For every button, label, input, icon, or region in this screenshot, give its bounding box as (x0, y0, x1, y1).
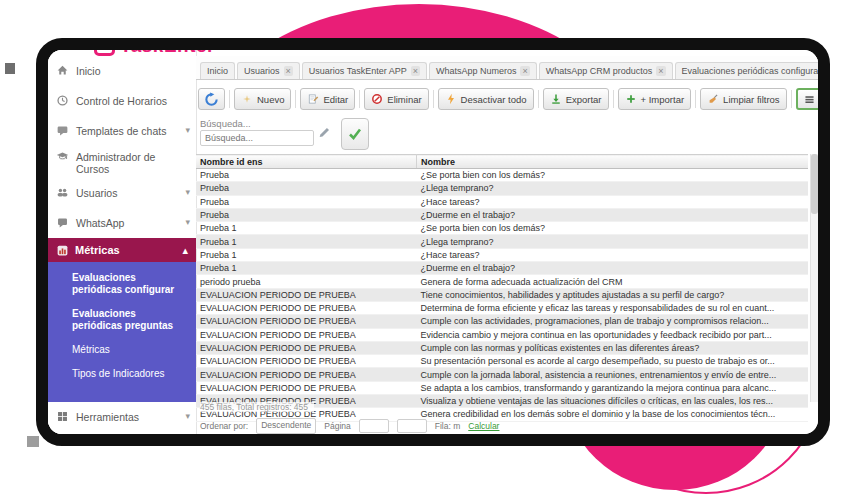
tab-inicio[interactable]: Inicio (200, 62, 235, 79)
sidebar-item-control-de-horarios[interactable]: Control de Horarios (48, 94, 196, 107)
table-row[interactable]: Prueba 1¿Duerme en el trabajo? (196, 262, 808, 275)
cell-nombre: Su presentación personal es acorde al ca… (417, 355, 809, 368)
tab-close-icon[interactable]: × (411, 66, 420, 76)
app-logo: TaskEnter (94, 50, 215, 57)
cell-nombre: ¿Se porta bien con los demás? (417, 169, 809, 182)
table-row[interactable]: EVALUACION PERIODO DE PRUEBADetermina de… (196, 301, 808, 314)
table-row[interactable]: periodo pruebaGenera de forma adecuada a… (196, 275, 808, 288)
search-submit-button[interactable] (341, 118, 369, 150)
toolbar-separator (613, 90, 614, 108)
logo-text: TaskEnter (120, 50, 215, 57)
table-row[interactable]: Prueba¿Hace tareas? (196, 195, 808, 208)
sidebar-item-label: Control de Horarios (76, 94, 190, 107)
tab-whatsapp-crm-productos[interactable]: WhatsApp CRM productos× (539, 62, 673, 79)
cell-nombre: Tiene conocimientos, habilidades y aptit… (417, 288, 809, 301)
table-row[interactable]: Prueba 1¿Hace tareas? (196, 248, 808, 261)
table-row[interactable]: EVALUACION PERIODO DE PRUEBACumple con l… (196, 341, 808, 354)
toolbar-separator (229, 90, 230, 108)
search-label: Búsqueda... (200, 118, 251, 129)
tab-usuarios-taskenter-app[interactable]: Usuarios TaskEnter APP× (302, 62, 427, 79)
tab-label: Inicio (207, 66, 228, 76)
cell-nombre: Cumple con las actividades, programacion… (417, 315, 809, 328)
page-background: TaskEnter InicioControl de HorariosTempl… (0, 0, 850, 500)
edit-button[interactable]: Editar (300, 88, 355, 110)
cell-nombre-id: Prueba 1 (196, 248, 417, 261)
table-row[interactable]: EVALUACION PERIODO DE PRUEBACumple con l… (196, 315, 808, 328)
table-row[interactable]: Prueba 1¿Llega temprano? (196, 235, 808, 248)
tab-close-icon[interactable]: × (284, 66, 293, 76)
toolbar-separator (791, 90, 792, 108)
plus-icon (625, 93, 637, 105)
clear-filters-button[interactable]: Limpiar filtros (700, 88, 787, 110)
course-icon (56, 150, 69, 163)
tab-usuarios[interactable]: Usuarios× (237, 62, 300, 79)
tab-close-icon[interactable]: × (656, 66, 665, 76)
tab-label: Usuarios (244, 66, 280, 76)
submenu-item-evaluaciones-periodicas-preguntas[interactable]: Evaluaciones periódicas preguntas (72, 308, 188, 332)
sidebar-item-metricas[interactable]: Métricas ▴ (48, 238, 196, 262)
toolbar-separator (695, 90, 696, 108)
calculate-link[interactable]: Calcular (468, 421, 499, 431)
toolbar-separator (433, 90, 434, 108)
table-row[interactable]: EVALUACION PERIODO DE PRUEBATiene conoci… (196, 288, 808, 301)
chat-icon (56, 124, 69, 137)
page-input[interactable] (397, 419, 427, 433)
scrollbar-thumb[interactable] (811, 154, 818, 214)
submenu-item-tipos-de-indicadores[interactable]: Tipos de Indicadores (72, 368, 188, 380)
sidebar-item-inicio[interactable]: Inicio (48, 64, 196, 77)
table-row[interactable]: EVALUACION PERIODO DE PRUEBASu presentac… (196, 355, 808, 368)
table-row[interactable]: EVALUACION PERIODO DE PRUEBAEvidencia ca… (196, 328, 808, 341)
tab-evaluaciones-periodicas-configurar[interactable]: Evaluaciones periódicas configurar× (675, 62, 818, 79)
metricas-submenu: Evaluaciones periódicas configurarEvalua… (48, 262, 196, 402)
sidebar-item-templates-de-chats[interactable]: Templates de chats▾ (48, 124, 196, 137)
refresh-button[interactable] (198, 88, 225, 110)
frame-artifact (27, 436, 39, 447)
cell-nombre-id: EVALUACION PERIODO DE PRUEBA (196, 288, 417, 301)
logo-icon (94, 50, 115, 56)
cell-nombre-id: Prueba (196, 169, 417, 182)
cell-nombre-id: EVALUACION PERIODO DE PRUEBA (196, 355, 417, 368)
table-row[interactable]: Prueba¿Llega temprano? (196, 182, 808, 195)
search-input[interactable] (200, 130, 314, 146)
pagination-bar: Ordenar por: Descendente Página Fila: m … (200, 418, 812, 434)
sidebar-item-administrador-de-cursos[interactable]: Administrador de Cursos (48, 150, 196, 175)
import-button[interactable]: + Importar (618, 88, 692, 110)
cell-nombre-id: EVALUACION PERIODO DE PRUEBA (196, 301, 417, 314)
tab-whatsapp-numeros[interactable]: WhatsApp Numeros× (429, 62, 537, 79)
sidebar-item-whatsapp[interactable]: WhatsApp▾ (48, 216, 196, 229)
tab-label: WhatsApp CRM productos (546, 66, 653, 76)
cell-nombre-id: Prueba 1 (196, 262, 417, 275)
pencil-icon[interactable] (318, 126, 331, 139)
export-button[interactable]: Exportar (543, 88, 609, 110)
new-button[interactable]: Nuevo (234, 88, 291, 110)
delete-button[interactable]: Eliminar (364, 88, 428, 110)
grid-icon (56, 410, 69, 423)
list-icon (803, 93, 816, 106)
column-header-nombre-id[interactable]: Nombre id ens (196, 155, 417, 169)
table-row[interactable]: Prueba 1¿Se porta bien con los demás? (196, 222, 808, 235)
tab-bar: InicioUsuarios×Usuarios TaskEnter APP×Wh… (196, 56, 818, 80)
cell-nombre-id: EVALUACION PERIODO DE PRUEBA (196, 315, 417, 328)
submenu-item-evaluaciones-periodicas-configurar[interactable]: Evaluaciones periódicas configurar (72, 272, 188, 296)
tab-close-icon[interactable]: × (520, 66, 529, 76)
list-view-button[interactable] (796, 88, 818, 110)
column-header-nombre[interactable]: Nombre (417, 155, 809, 169)
chevron-down-icon: ▾ (185, 124, 190, 135)
deactivate-all-button[interactable]: Desactivar todo (438, 88, 534, 110)
page-input[interactable] (359, 419, 389, 433)
cell-nombre-id: Prueba (196, 195, 417, 208)
data-table: Nombre id ens Nombre Prueba¿Se porta bie… (196, 154, 808, 422)
sidebar-item-herramientas[interactable]: Herramientas ▾ (48, 410, 196, 423)
home-icon (56, 64, 69, 77)
order-by-select[interactable]: Descendente (256, 418, 316, 434)
table-row[interactable]: Prueba¿Se porta bien con los demás? (196, 169, 808, 182)
table-row[interactable]: Prueba¿Duerme en el trabajo? (196, 208, 808, 221)
frame-artifact (5, 63, 15, 74)
sidebar-item-label: WhatsApp (76, 216, 178, 229)
toolbar: Nuevo Editar Eliminar Desactivar todo Ex… (198, 84, 816, 114)
table-row[interactable]: EVALUACION PERIODO DE PRUEBASe adapta a … (196, 381, 808, 394)
sidebar-item-usuarios[interactable]: Usuarios▾ (48, 186, 196, 199)
submenu-item-metricas[interactable]: Métricas (72, 344, 188, 356)
cell-nombre-id: EVALUACION PERIODO DE PRUEBA (196, 381, 417, 394)
table-row[interactable]: EVALUACION PERIODO DE PRUEBACumple con l… (196, 368, 808, 381)
